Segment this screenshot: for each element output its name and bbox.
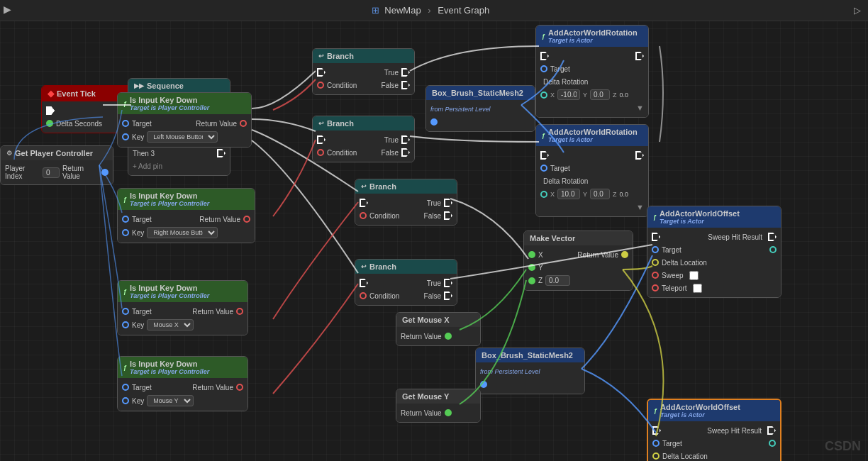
aawr2-y-input[interactable]	[590, 189, 610, 199]
aawr2-xyz-row: X Y Z 0.0	[536, 187, 648, 201]
branch1-node[interactable]: ↩ Branch True Condition False	[312, 48, 415, 95]
aawr1-dr-pin	[540, 91, 547, 99]
branch2-title: Branch	[327, 119, 354, 128]
event-icon: ◆	[48, 89, 54, 99]
branch4-true-pin	[444, 279, 452, 287]
aawr1-expand-icon[interactable]: ▼	[636, 104, 644, 112]
branch4-cond-pin	[360, 292, 367, 299]
ikd4-key-label: Key	[132, 397, 144, 405]
aawr2-title: AddActorWorldRotation	[548, 128, 638, 136]
ikd2-target-label: Target	[132, 216, 152, 223]
get-player-controller-node[interactable]: ⚙ Get Player Controller Player Index Ret…	[0, 145, 113, 185]
ikd3-key-select[interactable]: Mouse X	[147, 319, 194, 331]
branch3-false-label: False	[424, 212, 441, 220]
branch1-false-label: False	[382, 82, 399, 89]
aawr1-title: AddActorWorldRotation	[548, 28, 638, 37]
add-actor-world-offset-2-node[interactable]: ƒ AddActorWorldOffset Target is Actor Sw…	[647, 399, 781, 461]
gpc-header: ⚙ Get Player Controller	[1, 146, 113, 160]
ikd3-key-row: Key Mouse X	[118, 318, 247, 332]
aawr2-x-input[interactable]	[557, 189, 580, 199]
aawr1-z-label: Z	[613, 91, 617, 99]
ikd3-target-row: Target Return Value	[118, 305, 247, 318]
seq-then3-row: Then 3	[128, 147, 230, 160]
ikd4-rv-pin	[236, 384, 243, 391]
make-vector-node[interactable]: Make Vector X Return Value Y Z	[523, 230, 633, 291]
forward-icon: ▶	[4, 4, 11, 15]
bb2-body: from Persistent Level	[476, 362, 584, 394]
gpc-title: Get Player Controller	[15, 149, 93, 157]
aawo2-icon: ƒ	[654, 407, 657, 414]
is-input-key-down-4-node[interactable]: ƒ Is Input Key Down Target is Player Con…	[117, 356, 248, 411]
branch2-header: ↩ Branch	[313, 116, 414, 130]
gmx-header: Get Mouse X	[396, 313, 480, 327]
is-input-key-down-3-node[interactable]: ƒ Is Input Key Down Target is Player Con…	[117, 280, 248, 335]
bb1-subtitle: from Persistent Level	[430, 106, 491, 113]
ikd2-key-select[interactable]: Right Mouse Button	[147, 227, 218, 238]
mv-y-row: Y	[524, 261, 633, 274]
ikd2-rv-pin	[243, 216, 250, 223]
gmy-rv-pin	[445, 409, 452, 416]
get-mouse-y-node[interactable]: Get Mouse Y Return Value	[396, 389, 481, 423]
gmy-rv-row: Return Value	[396, 406, 480, 419]
branch3-cond-row: Condition False	[355, 209, 457, 222]
branch2-node[interactable]: ↩ Branch True Condition False	[312, 116, 415, 162]
aawo1-teleport-label: Teleport	[662, 284, 687, 292]
aawo2-exec-row: Sweep Hit Result	[648, 424, 780, 437]
bb2-subtitle: from Persistent Level	[480, 368, 540, 375]
ikd4-key-select[interactable]: Mouse Y	[147, 395, 194, 406]
ikd4-subtitle: Target is Player Controller	[130, 368, 209, 375]
branch4-node[interactable]: ↩ Branch True Condition False	[355, 259, 457, 306]
branch1-exec-row: True	[313, 66, 414, 79]
gpc-player-index-row: Player Index Return Value	[1, 163, 113, 182]
branch3-false-pin	[444, 211, 452, 220]
bb1-pin-row	[426, 116, 535, 128]
mv-z-input[interactable]	[545, 275, 570, 286]
branch3-cond-label: Condition	[369, 212, 399, 220]
delta-seconds-pin	[46, 120, 53, 127]
aawo1-icon: ƒ	[653, 213, 657, 221]
aawr2-z-label: Z	[613, 191, 617, 198]
is-input-key-down-2-node[interactable]: ƒ Is Input Key Down Target is Player Con…	[117, 188, 255, 243]
aawo1-teleport-check[interactable]	[693, 284, 702, 293]
seq-add-pin[interactable]: + Add pin	[128, 160, 230, 172]
aawo1-sweep-check[interactable]	[689, 271, 699, 280]
ikd1-title: Is Input Key Down	[130, 96, 209, 104]
add-actor-world-offset-1-node[interactable]: ƒ AddActorWorldOffset Target is Actor Sw…	[647, 206, 781, 298]
aawo1-dl-label: Delta Location	[662, 259, 707, 267]
branch3-header: ↩ Branch	[355, 179, 457, 194]
ikd3-target-label: Target	[132, 308, 152, 316]
add-actor-world-rotation-2-node[interactable]: ƒ AddActorWorldRotation Target is Actor …	[535, 124, 649, 217]
top-bar: ▶ ⊞ NewMap › Event Graph ▷	[0, 0, 868, 21]
branch1-cond-label: Condition	[327, 82, 357, 89]
get-mouse-x-node[interactable]: Get Mouse X Return Value	[396, 312, 481, 346]
branch2-cond-pin	[317, 149, 324, 156]
box-brush-1-node[interactable]: Box_Brush_StaticMesh2 from Persistent Le…	[425, 85, 535, 132]
ikd2-target-pin	[122, 216, 129, 223]
branch2-true-pin	[401, 135, 410, 144]
branch3-cond-pin	[360, 212, 367, 219]
is-input-key-down-1-node[interactable]: ƒ Is Input Key Down Target is Player Con…	[117, 92, 252, 148]
mv-y-label: Y	[538, 264, 543, 272]
aawr1-body: Target Delta Rotation X Y Z 0.0 ▼	[536, 47, 648, 117]
branch3-node[interactable]: ↩ Branch True Condition False	[355, 179, 457, 226]
branch1-exec-in	[317, 68, 326, 77]
mv-rv-label: Return Value	[577, 251, 618, 259]
aawo1-sweep-pin	[652, 272, 659, 279]
box-brush-2-node[interactable]: Box_Brush_StaticMesh2 from Persistent Le…	[475, 348, 585, 394]
aawr2-exec-out	[635, 151, 644, 160]
blueprint-canvas[interactable]: ▶ ⊞ NewMap › Event Graph ▷	[0, 0, 868, 461]
aawr2-x-label: X	[550, 191, 555, 198]
aawo1-sweep-label: Sweep	[662, 272, 684, 279]
player-index-input[interactable]	[43, 167, 60, 178]
mv-rv-pin	[621, 251, 628, 258]
aawo2-dl-row: Delta Location	[648, 450, 780, 461]
add-actor-world-rotation-1-node[interactable]: ƒ AddActorWorldRotation Target is Actor …	[535, 25, 649, 118]
ikd1-key-select[interactable]: Left Mouse Button	[147, 131, 218, 143]
branch2-exec-row: True	[313, 133, 414, 146]
aawo2-exec-out	[767, 426, 776, 435]
aawr1-x-input[interactable]	[557, 89, 580, 100]
ikd2-body: Target Return Value Key Right Mouse Butt…	[118, 210, 255, 243]
aawr2-expand-icon[interactable]: ▼	[636, 203, 644, 211]
aawr1-y-input[interactable]	[590, 89, 610, 100]
ikd2-subtitle: Target is Player Controller	[130, 200, 209, 207]
